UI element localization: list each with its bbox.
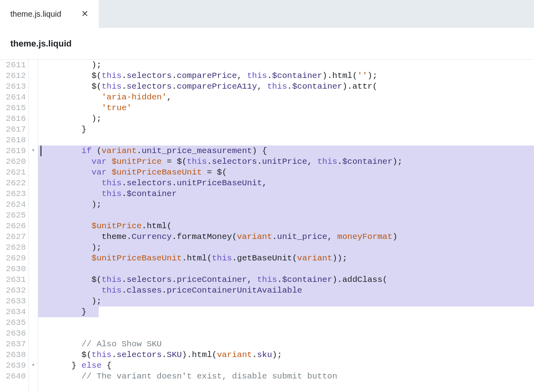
code-line[interactable]: );: [38, 60, 534, 70]
code-line[interactable]: if (variant.unit_price_measurement) {: [38, 146, 534, 156]
token-punc: ,: [262, 179, 267, 188]
token-punc: ).: [342, 82, 352, 91]
code-line[interactable]: );: [38, 199, 534, 210]
token-punc: .: [136, 146, 142, 155]
token-punc: .: [111, 350, 117, 359]
token-fn: formatMoney: [177, 232, 232, 241]
code-line[interactable]: $(this.selectors.comparePriceA11y, this.…: [38, 81, 534, 92]
fold-cell[interactable]: ▾: [29, 360, 38, 371]
token-punc: (: [372, 82, 378, 91]
code-line[interactable]: }: [38, 307, 534, 317]
fold-cell: [29, 231, 38, 242]
code-line[interactable]: [38, 328, 534, 339]
fold-marker-icon[interactable]: ▾: [31, 145, 35, 156]
code-line[interactable]: // The variant doesn't exist, disable su…: [38, 371, 534, 382]
token-punc: );: [41, 297, 101, 306]
code-line[interactable]: theme.Currency.formatMoney(variant.unit_…: [38, 231, 534, 242]
code-line[interactable]: [38, 317, 534, 328]
token-punc: .: [257, 157, 262, 166]
fold-cell: [29, 113, 38, 124]
code-line[interactable]: [38, 135, 534, 146]
token-punc: }: [41, 125, 86, 134]
code-line[interactable]: $(this.selectors.SKU).html(variant.sku);: [38, 349, 534, 360]
token-punc: [41, 286, 101, 295]
token-punc: (: [212, 350, 217, 359]
code-line[interactable]: this.classes.priceContainerUnitAvailable: [38, 285, 534, 296]
token-punc: .: [172, 179, 177, 188]
code-line[interactable]: );: [38, 296, 534, 307]
token-this: this: [101, 71, 121, 80]
code-area[interactable]: ); $(this.selectors.comparePrice, this.$…: [38, 60, 534, 392]
breadcrumb: theme.js.liquid: [0, 28, 534, 60]
code-line[interactable]: $(this.selectors.comparePrice, this.$con…: [38, 70, 534, 81]
token-fn: html: [192, 350, 212, 359]
token-id: variant: [101, 146, 136, 155]
code-line[interactable]: // Also Show SKU: [38, 339, 534, 349]
line-number: 2614: [2, 92, 26, 103]
token-id: variant: [237, 232, 272, 241]
token-prop: sku: [257, 350, 272, 359]
token-punc: ));: [332, 254, 347, 263]
code-line[interactable]: );: [38, 242, 534, 253]
token-fn: html: [332, 71, 352, 80]
code-line[interactable]: 'aria-hidden',: [38, 92, 534, 103]
token-punc: }: [41, 361, 82, 370]
code-line[interactable]: } else {: [38, 360, 534, 371]
fold-cell[interactable]: ▾: [29, 146, 38, 156]
token-punc: );: [41, 200, 101, 209]
token-prop: SKU: [167, 350, 182, 359]
tab-theme-js-liquid[interactable]: theme.js.liquid ✕: [0, 0, 99, 28]
token-punc: .: [277, 275, 282, 284]
code-line[interactable]: this.selectors.unitPriceBaseUnit,: [38, 178, 534, 188]
fold-cell: [29, 285, 38, 296]
token-cmt: // The variant doesn't exist, disable su…: [82, 372, 337, 381]
fold-cell: [29, 339, 38, 349]
code-line[interactable]: var $unitPriceBaseUnit = $(: [38, 167, 534, 178]
token-prop: selectors: [127, 275, 172, 284]
token-this: this: [247, 71, 267, 80]
line-number: 2635: [2, 317, 26, 328]
token-punc: }: [41, 307, 86, 316]
token-kw: if: [82, 146, 92, 155]
token-punc: .: [142, 221, 147, 231]
line-number: 2617: [2, 124, 26, 135]
line-number: 2630: [2, 264, 26, 274]
line-number: 2632: [2, 285, 26, 296]
token-this: this: [101, 286, 121, 295]
code-line[interactable]: this.$container: [38, 188, 534, 199]
token-prop: Currency: [132, 232, 172, 241]
token-punc: [41, 340, 82, 349]
line-number: 2625: [2, 210, 26, 221]
fold-marker-icon[interactable]: ▾: [31, 360, 35, 371]
code-line[interactable]: );: [38, 113, 534, 124]
line-number: 2627: [2, 231, 26, 242]
code-line[interactable]: [38, 264, 534, 274]
fold-cell: [29, 371, 38, 382]
token-punc: (: [232, 232, 237, 241]
code-line[interactable]: var $unitPrice = $(this.selectors.unitPr…: [38, 156, 534, 167]
token-punc: theme.: [41, 232, 132, 241]
code-line[interactable]: $(this.selectors.priceContainer, this.$c…: [38, 274, 534, 285]
token-punc: {: [101, 361, 111, 370]
code-line[interactable]: 'true': [38, 103, 534, 113]
line-number: 2626: [2, 221, 26, 231]
token-punc: .: [172, 232, 177, 241]
token-fn: addClass: [342, 275, 382, 284]
token-prop: $container: [127, 189, 177, 198]
fold-cell: [29, 307, 38, 317]
fold-cell: [29, 188, 38, 199]
token-prop: selectors: [117, 350, 162, 359]
close-icon[interactable]: ✕: [81, 10, 88, 18]
code-line[interactable]: }: [38, 124, 534, 135]
code-line[interactable]: $unitPrice.html(: [38, 221, 534, 231]
token-prop: comparePriceA11y: [177, 82, 257, 91]
token-punc: .: [122, 286, 127, 295]
token-prop: $container: [282, 275, 332, 284]
token-punc: );: [41, 60, 101, 70]
token-punc: (: [352, 71, 357, 80]
token-punc: .: [162, 350, 167, 359]
code-line[interactable]: [38, 210, 534, 221]
code-editor[interactable]: 2611261226132614261526162617261826192620…: [0, 60, 534, 392]
token-punc: [41, 168, 92, 177]
code-line[interactable]: $unitPriceBaseUnit.html(this.getBaseUnit…: [38, 253, 534, 264]
